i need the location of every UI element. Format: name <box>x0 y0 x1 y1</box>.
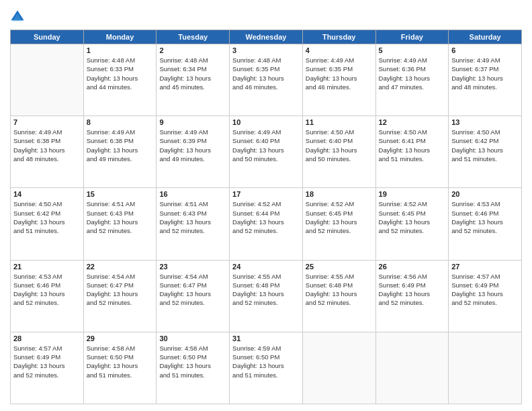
calendar-cell <box>449 332 522 404</box>
day-number: 11 <box>306 118 373 126</box>
day-info: Sunrise: 4:58 AMSunset: 6:50 PMDaylight:… <box>159 344 226 379</box>
calendar-cell: 2Sunrise: 4:48 AMSunset: 6:34 PMDaylight… <box>157 44 230 116</box>
day-of-week-header: Tuesday <box>157 30 230 44</box>
day-number: 5 <box>379 46 446 54</box>
calendar-cell: 1Sunrise: 4:48 AMSunset: 6:33 PMDaylight… <box>83 44 157 116</box>
day-info: Sunrise: 4:50 AMSunset: 6:40 PMDaylight:… <box>306 128 373 163</box>
day-of-week-header: Wednesday <box>230 30 303 44</box>
calendar-cell: 17Sunrise: 4:52 AMSunset: 6:44 PMDayligh… <box>230 188 303 260</box>
day-number: 8 <box>87 118 154 126</box>
day-info: Sunrise: 4:53 AMSunset: 6:46 PMDaylight:… <box>451 199 519 235</box>
day-number: 7 <box>13 118 81 126</box>
day-of-week-header: Monday <box>83 30 157 44</box>
day-number: 13 <box>451 118 519 126</box>
calendar-cell: 19Sunrise: 4:52 AMSunset: 6:45 PMDayligh… <box>375 188 449 260</box>
day-number: 24 <box>232 263 300 271</box>
calendar-cell: 8Sunrise: 4:49 AMSunset: 6:38 PMDaylight… <box>83 116 157 188</box>
day-number: 22 <box>87 263 154 271</box>
day-number: 28 <box>13 334 81 342</box>
day-number: 27 <box>451 263 519 271</box>
calendar-cell: 15Sunrise: 4:51 AMSunset: 6:43 PMDayligh… <box>83 188 157 260</box>
day-number: 3 <box>232 46 300 54</box>
calendar-cell: 5Sunrise: 4:49 AMSunset: 6:36 PMDaylight… <box>375 44 449 116</box>
day-info: Sunrise: 4:49 AMSunset: 6:39 PMDaylight:… <box>159 128 226 163</box>
day-info: Sunrise: 4:50 AMSunset: 6:42 PMDaylight:… <box>451 128 519 163</box>
day-info: Sunrise: 4:48 AMSunset: 6:33 PMDaylight:… <box>87 56 154 91</box>
day-info: Sunrise: 4:55 AMSunset: 6:48 PMDaylight:… <box>232 272 300 308</box>
calendar-cell: 13Sunrise: 4:50 AMSunset: 6:42 PMDayligh… <box>449 116 522 188</box>
day-info: Sunrise: 4:58 AMSunset: 6:50 PMDaylight:… <box>87 344 154 379</box>
day-of-week-header: Saturday <box>449 30 522 44</box>
day-info: Sunrise: 4:50 AMSunset: 6:42 PMDaylight:… <box>13 199 81 235</box>
day-number: 6 <box>451 46 519 54</box>
day-info: Sunrise: 4:50 AMSunset: 6:41 PMDaylight:… <box>379 128 446 163</box>
day-info: Sunrise: 4:55 AMSunset: 6:48 PMDaylight:… <box>306 272 373 308</box>
day-number: 29 <box>87 334 154 342</box>
calendar-cell: 22Sunrise: 4:54 AMSunset: 6:47 PMDayligh… <box>83 260 157 332</box>
day-info: Sunrise: 4:51 AMSunset: 6:43 PMDaylight:… <box>159 199 226 235</box>
day-number: 31 <box>232 334 300 342</box>
day-info: Sunrise: 4:49 AMSunset: 6:36 PMDaylight:… <box>379 56 446 91</box>
calendar-cell: 16Sunrise: 4:51 AMSunset: 6:43 PMDayligh… <box>157 188 230 260</box>
day-info: Sunrise: 4:59 AMSunset: 6:50 PMDaylight:… <box>232 344 300 379</box>
day-of-week-header: Thursday <box>302 30 375 44</box>
day-number: 4 <box>306 46 373 54</box>
calendar-cell: 26Sunrise: 4:56 AMSunset: 6:49 PMDayligh… <box>375 260 449 332</box>
day-number: 14 <box>13 190 81 198</box>
day-number: 17 <box>232 190 300 198</box>
day-number: 9 <box>159 118 226 126</box>
day-info: Sunrise: 4:49 AMSunset: 6:37 PMDaylight:… <box>451 56 519 91</box>
calendar-cell: 9Sunrise: 4:49 AMSunset: 6:39 PMDaylight… <box>157 116 230 188</box>
day-number: 15 <box>87 190 154 198</box>
calendar-cell: 28Sunrise: 4:57 AMSunset: 6:49 PMDayligh… <box>11 332 84 404</box>
calendar-cell: 25Sunrise: 4:55 AMSunset: 6:48 PMDayligh… <box>302 260 375 332</box>
day-number: 16 <box>159 190 226 198</box>
day-number: 1 <box>87 46 154 54</box>
day-info: Sunrise: 4:49 AMSunset: 6:35 PMDaylight:… <box>306 56 373 91</box>
day-number: 19 <box>379 190 446 198</box>
day-info: Sunrise: 4:52 AMSunset: 6:45 PMDaylight:… <box>306 199 373 235</box>
logo <box>10 9 28 24</box>
day-number: 25 <box>306 263 373 271</box>
calendar-cell: 24Sunrise: 4:55 AMSunset: 6:48 PMDayligh… <box>230 260 303 332</box>
calendar-cell: 21Sunrise: 4:53 AMSunset: 6:46 PMDayligh… <box>11 260 84 332</box>
day-info: Sunrise: 4:49 AMSunset: 6:40 PMDaylight:… <box>232 128 300 163</box>
day-info: Sunrise: 4:48 AMSunset: 6:35 PMDaylight:… <box>232 56 300 91</box>
calendar-cell: 6Sunrise: 4:49 AMSunset: 6:37 PMDaylight… <box>449 44 522 116</box>
day-number: 10 <box>232 118 300 126</box>
day-of-week-header: Sunday <box>11 30 84 44</box>
calendar-cell: 10Sunrise: 4:49 AMSunset: 6:40 PMDayligh… <box>230 116 303 188</box>
day-number: 30 <box>159 334 226 342</box>
calendar-cell: 7Sunrise: 4:49 AMSunset: 6:38 PMDaylight… <box>11 116 84 188</box>
day-info: Sunrise: 4:52 AMSunset: 6:44 PMDaylight:… <box>232 199 300 235</box>
day-info: Sunrise: 4:54 AMSunset: 6:47 PMDaylight:… <box>159 272 226 308</box>
day-info: Sunrise: 4:48 AMSunset: 6:34 PMDaylight:… <box>159 56 226 91</box>
day-number: 26 <box>379 263 446 271</box>
calendar-cell: 12Sunrise: 4:50 AMSunset: 6:41 PMDayligh… <box>375 116 449 188</box>
day-info: Sunrise: 4:51 AMSunset: 6:43 PMDaylight:… <box>87 199 154 235</box>
calendar-table: SundayMondayTuesdayWednesdayThursdayFrid… <box>10 30 522 404</box>
day-info: Sunrise: 4:57 AMSunset: 6:49 PMDaylight:… <box>451 272 519 308</box>
calendar-cell: 29Sunrise: 4:58 AMSunset: 6:50 PMDayligh… <box>83 332 157 404</box>
calendar-cell: 18Sunrise: 4:52 AMSunset: 6:45 PMDayligh… <box>302 188 375 260</box>
calendar-cell <box>375 332 449 404</box>
day-of-week-header: Friday <box>375 30 449 44</box>
day-info: Sunrise: 4:49 AMSunset: 6:38 PMDaylight:… <box>13 128 81 163</box>
page-header <box>10 7 522 24</box>
day-number: 18 <box>306 190 373 198</box>
calendar-cell: 31Sunrise: 4:59 AMSunset: 6:50 PMDayligh… <box>230 332 303 404</box>
day-info: Sunrise: 4:54 AMSunset: 6:47 PMDaylight:… <box>87 272 154 308</box>
calendar-cell: 4Sunrise: 4:49 AMSunset: 6:35 PMDaylight… <box>302 44 375 116</box>
calendar-cell: 11Sunrise: 4:50 AMSunset: 6:40 PMDayligh… <box>302 116 375 188</box>
day-number: 12 <box>379 118 446 126</box>
calendar-cell: 3Sunrise: 4:48 AMSunset: 6:35 PMDaylight… <box>230 44 303 116</box>
calendar-cell: 14Sunrise: 4:50 AMSunset: 6:42 PMDayligh… <box>11 188 84 260</box>
day-info: Sunrise: 4:57 AMSunset: 6:49 PMDaylight:… <box>13 344 81 379</box>
calendar-cell: 27Sunrise: 4:57 AMSunset: 6:49 PMDayligh… <box>449 260 522 332</box>
logo-icon <box>10 9 25 24</box>
day-info: Sunrise: 4:53 AMSunset: 6:46 PMDaylight:… <box>13 272 81 308</box>
day-number: 23 <box>159 263 226 271</box>
calendar-cell: 30Sunrise: 4:58 AMSunset: 6:50 PMDayligh… <box>157 332 230 404</box>
day-number: 20 <box>451 190 519 198</box>
day-info: Sunrise: 4:52 AMSunset: 6:45 PMDaylight:… <box>379 199 446 235</box>
